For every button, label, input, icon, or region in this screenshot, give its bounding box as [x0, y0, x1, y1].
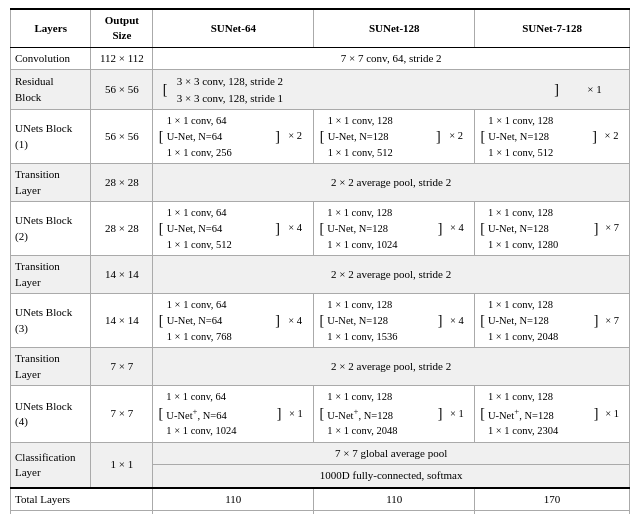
unets-block-1-col64: [ 1 × 1 conv, 64U-Net, N=641 × 1 conv, 2… [153, 110, 314, 164]
unets-block-4-col64: [ 1 × 1 conv, 64U-Net+, N=641 × 1 conv, … [153, 386, 314, 443]
transition-layer-2-size: 14 × 14 [91, 256, 153, 294]
convolution-row: Convolution 112 × 112 7 × 7 conv, 64, st… [11, 47, 630, 69]
total-layers-64: 110 [153, 488, 314, 511]
transition-layer-2-content: 2 × 2 average pool, stride 2 [153, 256, 630, 294]
transition-layer-3-row: Transition Layer 7 × 7 2 × 2 average poo… [11, 348, 630, 386]
transition-layer-1-content: 2 × 2 average pool, stride 2 [153, 164, 630, 202]
unets-block-4-col7128: [ 1 × 1 conv, 128U-Net+, N=1281 × 1 conv… [475, 386, 630, 443]
unets-block-1-label: UNets Block(1) [11, 110, 91, 164]
col-layers: Layers [11, 9, 91, 47]
col-sunet7128: SUNet-7-128 [475, 9, 630, 47]
unets-block-3-col128: [ 1 × 1 conv, 128U-Net, N=1281 × 1 conv,… [314, 294, 475, 348]
convolution-content: 7 × 7 conv, 64, stride 2 [153, 47, 630, 69]
transition-layer-1-size: 28 × 28 [91, 164, 153, 202]
residual-block-row: ResidualBlock 56 × 56 [ 3 × 3 conv, 128,… [11, 70, 630, 110]
unets-block-1-row: UNets Block(1) 56 × 56 [ 1 × 1 conv, 64U… [11, 110, 630, 164]
convolution-size: 112 × 112 [91, 47, 153, 69]
transition-layer-3-size: 7 × 7 [91, 348, 153, 386]
residual-block-content: [ 3 × 3 conv, 128, stride 23 × 3 conv, 1… [153, 70, 630, 110]
unets-block-1-col128: [ 1 × 1 conv, 128U-Net, N=1281 × 1 conv,… [314, 110, 475, 164]
classification-label: ClassificationLayer [11, 443, 91, 488]
unets-block-2-size: 28 × 28 [91, 202, 153, 256]
architecture-table: Layers Output Size SUNet-64 SUNet-128 SU… [10, 8, 630, 514]
classification-pool: 7 × 7 global average pool [153, 443, 630, 465]
classification-size: 1 × 1 [91, 443, 153, 488]
total-layers-row: Total Layers 110 110 170 [11, 488, 630, 511]
unets-block-2-row: UNets Block(2) 28 × 28 [ 1 × 1 conv, 64U… [11, 202, 630, 256]
unets-block-3-size: 14 × 14 [91, 294, 153, 348]
unets-block-4-row: UNets Block(4) 7 × 7 [ 1 × 1 conv, 64U-N… [11, 386, 630, 443]
total-layers-label: Total Layers [11, 488, 153, 511]
unets-block-4-col128: [ 1 × 1 conv, 128U-Net+, N=1281 × 1 conv… [314, 386, 475, 443]
transition-layer-3-content: 2 × 2 average pool, stride 2 [153, 348, 630, 386]
transition-layer-3-label: Transition Layer [11, 348, 91, 386]
unets-block-3-col64: [ 1 × 1 conv, 64U-Net, N=641 × 1 conv, 7… [153, 294, 314, 348]
unets-block-3-row: UNets Block(3) 14 × 14 [ 1 × 1 conv, 64U… [11, 294, 630, 348]
residual-block-size: 56 × 56 [91, 70, 153, 110]
total-layers-128: 110 [314, 488, 475, 511]
unets-block-1-size: 56 × 56 [91, 110, 153, 164]
transition-layer-2-row: Transition Layer 14 × 14 2 × 2 average p… [11, 256, 630, 294]
unets-block-4-label: UNets Block(4) [11, 386, 91, 443]
convolution-label: Convolution [11, 47, 91, 69]
unets-block-2-col64: [ 1 × 1 conv, 64U-Net, N=641 × 1 conv, 5… [153, 202, 314, 256]
transition-layer-1-label: Transition Layer [11, 164, 91, 202]
classification-row: ClassificationLayer 1 × 1 7 × 7 global a… [11, 443, 630, 465]
table-container: Layers Output Size SUNet-64 SUNet-128 SU… [0, 0, 640, 514]
header-row: Layers Output Size SUNet-64 SUNet-128 SU… [11, 9, 630, 47]
classification-fc: 1000D fully-connected, softmax [153, 465, 630, 488]
unets-block-2-col7128: [ 1 × 1 conv, 128U-Net, N=1281 × 1 conv,… [475, 202, 630, 256]
col-sunet128: SUNet-128 [314, 9, 475, 47]
total-layers-7128: 170 [475, 488, 630, 511]
unets-block-2-col128: [ 1 × 1 conv, 128U-Net, N=1281 × 1 conv,… [314, 202, 475, 256]
unets-block-1-col7128: [ 1 × 1 conv, 128U-Net, N=1281 × 1 conv,… [475, 110, 630, 164]
col-sunet64: SUNet-64 [153, 9, 314, 47]
unets-block-2-label: UNets Block(2) [11, 202, 91, 256]
col-output-size: Output Size [91, 9, 153, 47]
transition-layer-1-row: Transition Layer 28 × 28 2 × 2 average p… [11, 164, 630, 202]
unets-block-4-size: 7 × 7 [91, 386, 153, 443]
transition-layer-2-label: Transition Layer [11, 256, 91, 294]
residual-block-label: ResidualBlock [11, 70, 91, 110]
unets-block-3-label: UNets Block(3) [11, 294, 91, 348]
unets-block-3-col7128: [ 1 × 1 conv, 128U-Net, N=1281 × 1 conv,… [475, 294, 630, 348]
